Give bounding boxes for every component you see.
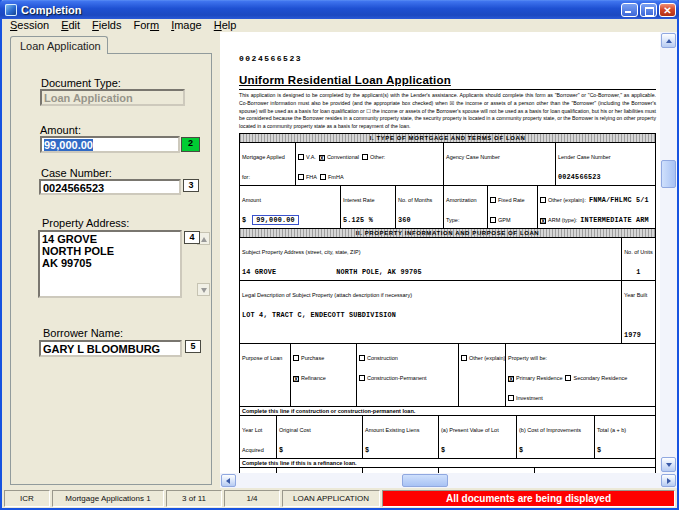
form-row: Subject Property Address (street, city, … (240, 237, 655, 280)
checkbox-unchecked-icon (359, 375, 365, 381)
form-label: Amount Existing Liens (365, 427, 419, 433)
form-cell: Purpose of Loan (240, 344, 290, 406)
form-cell: No. of Units1 (621, 238, 655, 280)
checkbox-group: Purchase (293, 346, 324, 363)
checkbox-label: Conventional (327, 154, 359, 160)
status-cell-page: 1/4 (224, 490, 280, 507)
horizontal-scroll-thumb[interactable] (402, 474, 448, 487)
amount-field[interactable]: 99,000.00 (40, 136, 180, 153)
form-cell: Interest Rate5.125 % (340, 186, 395, 228)
scroll-down-button[interactable] (661, 457, 676, 472)
form-cell: Property will be:XPrimary ResidenceSecon… (505, 344, 655, 406)
status-cell-position: 3 of 11 (166, 490, 222, 507)
menu-edit[interactable]: Edit (55, 19, 86, 32)
checkbox-group: Secondary Residence (565, 366, 627, 383)
checkbox-checked-icon: X (319, 155, 325, 161)
form-value: $ (519, 446, 523, 454)
checkbox-group: XARM (type): (540, 208, 577, 225)
form-label: Amount (242, 197, 261, 203)
menu-fields[interactable]: Fields (86, 19, 127, 32)
close-button[interactable] (659, 3, 676, 17)
form-cell: Legal Description of Subject Property (a… (240, 281, 621, 343)
checkbox-label: Investment (516, 395, 543, 401)
form-label: (b) Cost of Improvements (519, 427, 581, 433)
form-label: Year Lot Acquired (242, 427, 264, 453)
amount-badge: 2 (181, 137, 200, 152)
checkbox-unchecked-icon (490, 197, 496, 203)
property-address-textarea[interactable]: 14 GROVE NORTH POLE AK 99705 (38, 230, 182, 298)
case-number-field[interactable]: 0024566523 (39, 179, 181, 195)
minimize-button[interactable] (621, 3, 638, 17)
form-row: Mortgage Applied for:V.A.XConventionalOt… (240, 142, 655, 185)
form-row: Amount$99,000.00Interest Rate5.125 %No. … (240, 185, 655, 228)
form-value: 1 (636, 268, 640, 276)
form-value: 14 GROVE (242, 268, 276, 276)
form-cell: Other (explain): (458, 344, 505, 406)
form-cell: Year Built1979 (621, 281, 655, 343)
form-label: Interest Rate (343, 197, 375, 203)
scroll-right-button[interactable] (661, 474, 676, 487)
scroll-left-button[interactable] (221, 474, 236, 487)
checkbox-label: Refinance (301, 375, 326, 381)
menu-session[interactable]: Session (4, 19, 55, 32)
form-label: (a) Present Value of Lot (441, 427, 499, 433)
form-label: Amortization Type: (446, 197, 477, 223)
form-value: $ (441, 446, 445, 454)
vertical-scrollbar[interactable] (660, 32, 677, 473)
checkbox-group: Construction (359, 346, 398, 363)
doc-title: Uniform Residential Loan Application (239, 74, 451, 86)
checkbox-unchecked-icon (508, 395, 514, 401)
scroll-down-icon[interactable] (197, 283, 210, 296)
form-label: Purpose of Loan (242, 355, 282, 361)
property-address-label: Property Address: (42, 217, 129, 229)
checkbox-unchecked-icon (461, 355, 467, 361)
status-cell-icr: ICR (4, 490, 50, 507)
status-message: All documents are being displayed (382, 490, 675, 507)
menu-form[interactable]: Form (127, 19, 165, 32)
amount-label: Amount: (40, 124, 81, 136)
restore-button[interactable] (640, 3, 657, 17)
checkbox-label: Secondary Residence (573, 375, 627, 381)
form-value: 5.125 % (343, 216, 373, 224)
scroll-up-button[interactable] (661, 33, 676, 48)
borrower-name-label: Borrower Name: (43, 327, 123, 339)
checkbox-unchecked-icon (565, 375, 571, 381)
document-viewer: 0024566523 Uniform Residential Loan Appl… (220, 32, 660, 473)
checkbox-group: V.A. (298, 145, 316, 162)
form-label: Property will be: (508, 355, 547, 361)
menu-help[interactable]: Help (208, 19, 243, 32)
case-number-label: Case Number: (41, 167, 112, 179)
checkbox-label: Purchase (301, 355, 324, 361)
checkbox-group: Other (explain): (461, 346, 505, 363)
loan-form: I. TYPE OF MORTGAGE AND TERMS OF LOANMor… (239, 133, 656, 473)
status-cell-doctype: LOAN APPLICATION (282, 490, 380, 507)
form-label: Subject Property Address (street, city, … (242, 249, 361, 255)
checkbox-label: FHA (306, 174, 317, 180)
window-titlebar: Completion (0, 0, 679, 19)
form-label: Total (a + b) (597, 427, 626, 433)
form-cell: Original Cost$ (276, 416, 362, 458)
form-cell: No. of Months360 (395, 186, 443, 228)
main-content: Loan Application Document Type: Loan App… (2, 32, 677, 488)
form-cell: (b) Cost of Improvements$ (516, 416, 594, 458)
form-label: Lender Case Number (558, 154, 611, 160)
horizontal-scrollbar[interactable] (220, 473, 677, 488)
form-row: Purpose of LoanPurchaseXRefinanceConstru… (240, 343, 655, 406)
form-cell: Total (a + b)$ (594, 416, 655, 458)
checkbox-checked-icon: X (293, 376, 299, 382)
form-value: NORTH POLE, AK 99705 (336, 268, 422, 276)
form-label: Mortgage Applied for: (242, 154, 285, 180)
form-value: 0024566523 (558, 173, 601, 181)
property-address-badge: 4 (184, 231, 200, 244)
menu-image[interactable]: Image (165, 19, 208, 32)
vertical-scroll-thumb[interactable] (661, 160, 676, 188)
checkbox-group: Other: (362, 145, 385, 162)
checkbox-group: GPM (490, 208, 511, 225)
checkbox-unchecked-icon (362, 154, 368, 160)
form-cell: Lender Case Number0024566523 (555, 143, 655, 185)
borrower-name-field[interactable]: GARY L BLOOMBURG (39, 340, 182, 357)
case-number-badge: 3 (183, 179, 199, 192)
tab-loan-application[interactable]: Loan Application (10, 36, 108, 54)
left-panel: Document Type: Loan Application Amount: … (10, 53, 212, 485)
checkbox-unchecked-icon (359, 355, 365, 361)
